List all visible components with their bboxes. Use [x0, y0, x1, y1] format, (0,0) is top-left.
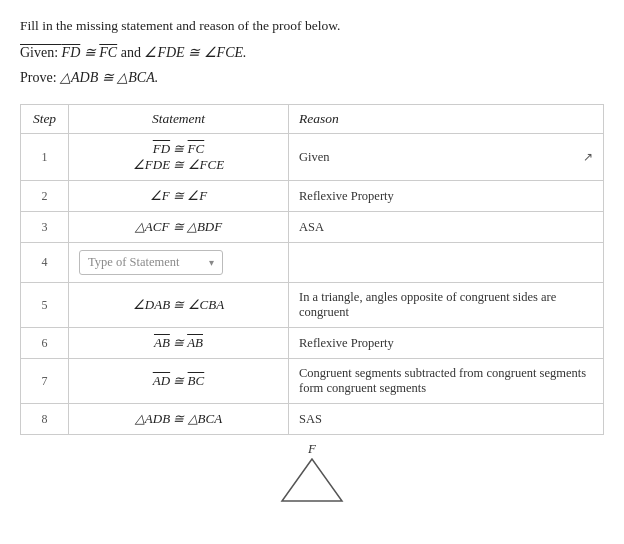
reason-cell [289, 243, 604, 283]
step-number: 3 [21, 212, 69, 243]
triangle-shape [282, 459, 342, 501]
given-content: FD ≅ FC and ∠FDE ≅ ∠FCE. [62, 45, 247, 60]
table-row: 7 AD ≅ BC Congruent segments subtracted … [21, 359, 604, 404]
statement-dropdown-cell[interactable]: Type of Statement ▾ [69, 243, 289, 283]
col-statement: Statement [69, 105, 289, 134]
chevron-down-icon: ▾ [209, 257, 214, 268]
col-reason: Reason [289, 105, 604, 134]
given-line: Given: FD ≅ FC and ∠FDE ≅ ∠FCE. [20, 44, 604, 61]
reason-cell: Given ↗ [289, 134, 604, 181]
table-row: 2 ∠F ≅ ∠F Reflexive Property [21, 181, 604, 212]
table-row: 5 ∠DAB ≅ ∠CBA In a triangle, angles oppo… [21, 283, 604, 328]
step-number: 7 [21, 359, 69, 404]
statement-cell: ∠DAB ≅ ∠CBA [69, 283, 289, 328]
triangle-vertex-f: F [307, 443, 317, 456]
table-row: 4 Type of Statement ▾ [21, 243, 604, 283]
instructions-text: Fill in the missing statement and reason… [20, 18, 604, 34]
table-row: 3 △ACF ≅ △BDF ASA [21, 212, 604, 243]
prove-line: Prove: △ADB ≅ △BCA. [20, 69, 604, 86]
cursor-icon: ↗ [583, 150, 593, 165]
statement-cell: ∠F ≅ ∠F [69, 181, 289, 212]
step-number: 2 [21, 181, 69, 212]
triangle-diagram: F [20, 443, 604, 507]
table-row: 6 AB ≅ AB Reflexive Property [21, 328, 604, 359]
given-label: Given: [20, 45, 62, 60]
step-number: 4 [21, 243, 69, 283]
table-row: 1 FD ≅ FC ∠FDE ≅ ∠FCE Given ↗ [21, 134, 604, 181]
proof-table: Step Statement Reason 1 FD ≅ FC ∠FDE ≅ ∠… [20, 104, 604, 435]
prove-content: △ADB ≅ △BCA. [60, 70, 158, 85]
statement-cell: △ADB ≅ △BCA [69, 404, 289, 435]
step-number: 8 [21, 404, 69, 435]
reason-cell: ASA [289, 212, 604, 243]
step-number: 6 [21, 328, 69, 359]
triangle-svg: F [272, 443, 352, 503]
col-step: Step [21, 105, 69, 134]
reason-cell: In a triangle, angles opposite of congru… [289, 283, 604, 328]
step-number: 1 [21, 134, 69, 181]
statement-cell: AB ≅ AB [69, 328, 289, 359]
statement-cell: FD ≅ FC ∠FDE ≅ ∠FCE [69, 134, 289, 181]
reason-cell: Congruent segments subtracted from congr… [289, 359, 604, 404]
dropdown-placeholder: Type of Statement [88, 255, 179, 270]
statement-dropdown[interactable]: Type of Statement ▾ [79, 250, 223, 275]
step-number: 5 [21, 283, 69, 328]
reason-cell: SAS [289, 404, 604, 435]
prove-label: Prove: [20, 70, 60, 85]
statement-cell: AD ≅ BC [69, 359, 289, 404]
table-row: 8 △ADB ≅ △BCA SAS [21, 404, 604, 435]
reason-cell: Reflexive Property [289, 181, 604, 212]
statement-cell: △ACF ≅ △BDF [69, 212, 289, 243]
reason-cell: Reflexive Property [289, 328, 604, 359]
